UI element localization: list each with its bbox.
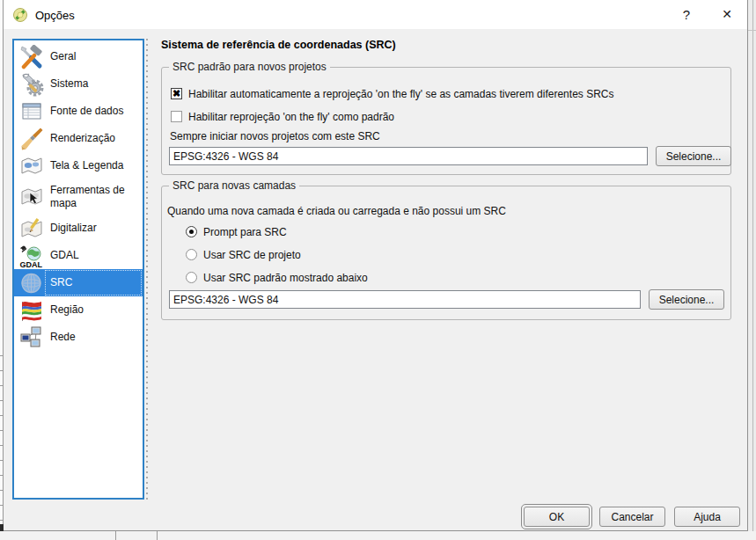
sidebar-item-label: Região	[50, 303, 136, 317]
page-title: Sistema de referência de coordenadas (SR…	[161, 39, 396, 51]
project-crs-label: Usar SRC de projeto	[203, 249, 301, 261]
prompt-crs-label: Prompt para SRC	[203, 226, 287, 238]
new-layer-intro-label: Quando uma nova camada é criada ou carre…	[167, 205, 506, 217]
cancel-button[interactable]: Cancelar	[599, 507, 665, 527]
options-sidebar: Geral Sistema Fonte de dado	[12, 39, 144, 500]
sidebar-item-digitalizar[interactable]: Digitalizar	[14, 215, 143, 242]
help-button[interactable]: Ajuda	[674, 507, 740, 527]
new-project-crs-label: Sempre iniciar novos projetos com este S…	[170, 130, 380, 142]
default-reprojection-label: Habilitar reprojeção 'on the fly' como p…	[188, 111, 394, 123]
sidebar-item-label: Tela & Legenda	[50, 159, 136, 172]
window-title: Opções	[35, 9, 75, 22]
sidebar-item-gdal[interactable]: GDAL GDAL	[14, 242, 143, 269]
background-right-divider	[748, 30, 756, 31]
sidebar-item-geral[interactable]: Geral	[14, 43, 143, 70]
background-bottom-strip	[0, 531, 756, 540]
default-projects-legend: SRC padrão para novos projetos	[169, 61, 330, 73]
locale-flags-icon	[18, 298, 44, 323]
sidebar-item-regiao[interactable]: Região	[14, 296, 143, 324]
auto-reprojection-label: Habilitar automaticamente a reprojeção '…	[188, 88, 613, 100]
background-right-edge	[752, 0, 753, 540]
sidebar-item-label: Geral	[50, 50, 136, 63]
project-crs-row: Usar SRC de projeto	[186, 247, 301, 262]
sidebar-item-label: Sistema	[50, 77, 136, 91]
default-layer-crs-select-button[interactable]: Selecione...	[649, 289, 724, 310]
qgis-app-icon	[12, 7, 28, 23]
background-ruler-ticks	[0, 341, 3, 540]
prompt-crs-radio[interactable]	[186, 226, 197, 237]
title-bar[interactable]	[4, 0, 747, 29]
window-close-button[interactable]: ✕	[711, 2, 743, 26]
svg-text:GDAL: GDAL	[19, 259, 42, 268]
default-crs-label: Usar SRC padrão mostrado abaixo	[203, 272, 368, 284]
background-bottom-divider	[115, 531, 116, 540]
sidebar-item-label: GDAL	[50, 249, 136, 262]
options-dialog-screen: { "window": { "title": "Opções", "help_b…	[0, 0, 756, 540]
gdal-globe-satellite-icon: GDAL	[18, 244, 44, 268]
map-tools-cursor-icon	[18, 185, 44, 209]
sidebar-item-fonte-de-dados[interactable]: Fonte de dados	[14, 98, 143, 125]
prompt-crs-row: Prompt para SRC	[186, 224, 287, 239]
sidebar-item-rede[interactable]: Rede	[14, 324, 143, 351]
data-table-icon	[18, 99, 44, 124]
tools-icon	[18, 45, 44, 69]
sidebar-item-label: Rede	[50, 331, 136, 344]
crs-globe-icon	[18, 271, 44, 296]
sidebar-splitter-handle[interactable]	[146, 39, 148, 500]
paintbrush-icon	[18, 127, 44, 151]
network-computers-icon	[18, 325, 44, 350]
system-gear-icon	[18, 72, 44, 97]
ok-button[interactable]: OK	[524, 507, 590, 527]
digitize-pencil-icon	[18, 216, 44, 241]
background-bottom-divider	[157, 531, 158, 540]
sidebar-item-label: Fonte de dados	[50, 105, 136, 118]
sidebar-item-label: SRC	[50, 276, 136, 289]
sidebar-item-label: Renderização	[50, 132, 136, 145]
sidebar-item-label: Digitalizar	[50, 222, 136, 235]
auto-reprojection-checkbox[interactable]: ✖	[171, 88, 182, 99]
sidebar-item-src[interactable]: SRC	[14, 269, 143, 296]
sidebar-item-tela-legenda[interactable]: Tela & Legenda	[14, 152, 143, 179]
auto-reprojection-row: ✖ Habilitar automaticamente a reprojeção…	[171, 86, 613, 101]
default-reprojection-checkbox[interactable]	[171, 111, 182, 122]
default-reprojection-row: Habilitar reprojeção 'on the fly' como p…	[171, 109, 394, 124]
new-layers-legend: SRC para novas camadas	[169, 179, 299, 192]
map-canvas-icon	[18, 154, 44, 179]
default-crs-row: Usar SRC padrão mostrado abaixo	[186, 270, 368, 285]
project-crs-radio[interactable]	[186, 249, 197, 260]
new-project-crs-select-button[interactable]: Selecione...	[656, 146, 731, 166]
default-crs-radio[interactable]	[186, 272, 197, 283]
sidebar-item-renderizacao[interactable]: Renderização	[14, 125, 143, 152]
sidebar-item-ferramentas-de-mapa[interactable]: Ferramentas de mapa	[14, 179, 143, 215]
new-project-crs-input[interactable]	[169, 147, 648, 165]
ok-button-default-ring: OK	[521, 504, 592, 529]
sidebar-item-label: Ferramentas de mapa	[50, 184, 136, 210]
default-layer-crs-input[interactable]	[169, 290, 641, 309]
sidebar-item-sistema[interactable]: Sistema	[14, 70, 143, 98]
window-help-button[interactable]: ?	[672, 2, 701, 26]
